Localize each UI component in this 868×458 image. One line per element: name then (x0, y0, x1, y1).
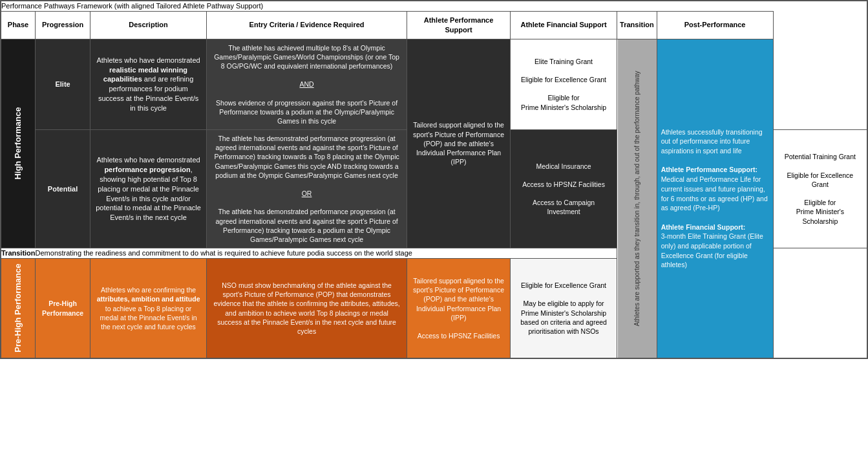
elite-description: Athletes who have demonstrated realistic… (90, 39, 207, 130)
php-progression: Pre-High Performance (36, 258, 90, 358)
hp-performance-support: Tailored support aligned to the sport's … (407, 39, 511, 248)
potential-progression: Potential (36, 130, 90, 248)
framework-title: Performance Pathways Framework (with ali… (1, 1, 773, 11)
potential-entry-criteria: The athlete has demonstrated performance… (207, 130, 407, 248)
elite-entry-criteria: The athlete has achieved multiple top 8'… (207, 39, 407, 130)
post-performance-support-title: Athlete Performance Support: (661, 166, 757, 173)
potential-financial-support: Potential Training Grant Eligible for Ex… (773, 130, 867, 248)
header-phase: Phase (1, 11, 36, 39)
post-performance-content: Athletes successfully transitioning out … (657, 39, 773, 358)
php-entry-criteria: NSO must show benchmarking of the athlet… (207, 258, 407, 358)
header-entry-criteria: Entry Criteria / Evidence Required (207, 11, 407, 39)
main-framework-table: Performance Pathways Framework (with ali… (0, 0, 868, 359)
header-row: Phase Progression Description Entry Crit… (1, 11, 867, 39)
transition-side-label: Athletes are supported as they transitio… (617, 39, 657, 358)
potential-performance-support: Medical Insurance Access to HPSNZ Facili… (511, 130, 617, 248)
header-transition: Transition (617, 11, 657, 39)
header-athlete-financial: Athlete Financial Support (511, 11, 617, 39)
elite-row: High Performance Elite Athletes who have… (1, 39, 867, 130)
header-post-performance: Post-Performance (657, 11, 773, 39)
post-financial-support-title: Athlete Financial Support: (661, 223, 746, 231)
php-phase-label: Pre-High Performance (1, 258, 36, 358)
transition-description: Demonstrating the readiness and commitme… (36, 248, 617, 259)
php-description: Athletes who are confirming the attribut… (90, 258, 207, 358)
header-progression: Progression (36, 11, 90, 39)
transition-label: Transition (1, 248, 36, 259)
elite-progression: Elite (36, 39, 90, 130)
php-financial-support: Eligible for Excellence Grant May be eli… (511, 258, 617, 358)
hp-phase-label: High Performance (1, 39, 36, 248)
post-intro: Athletes successfully transitioning out … (661, 128, 763, 155)
elite-financial-support: Elite Training Grant Eligible for Excell… (511, 39, 617, 130)
post-financial-support-body: 3-month Elite Training Grant (Elite only… (661, 232, 763, 268)
header-athlete-performance: Athlete Performance Support (407, 11, 511, 39)
header-description: Description (90, 11, 207, 39)
title-row: Performance Pathways Framework (with ali… (1, 1, 867, 11)
post-performance-support-body: Medical and Performance Life for current… (661, 175, 768, 212)
php-performance-support: Tailored support aligned to the sport's … (407, 258, 511, 358)
potential-description: Athletes who have demonstrated performan… (90, 130, 207, 248)
